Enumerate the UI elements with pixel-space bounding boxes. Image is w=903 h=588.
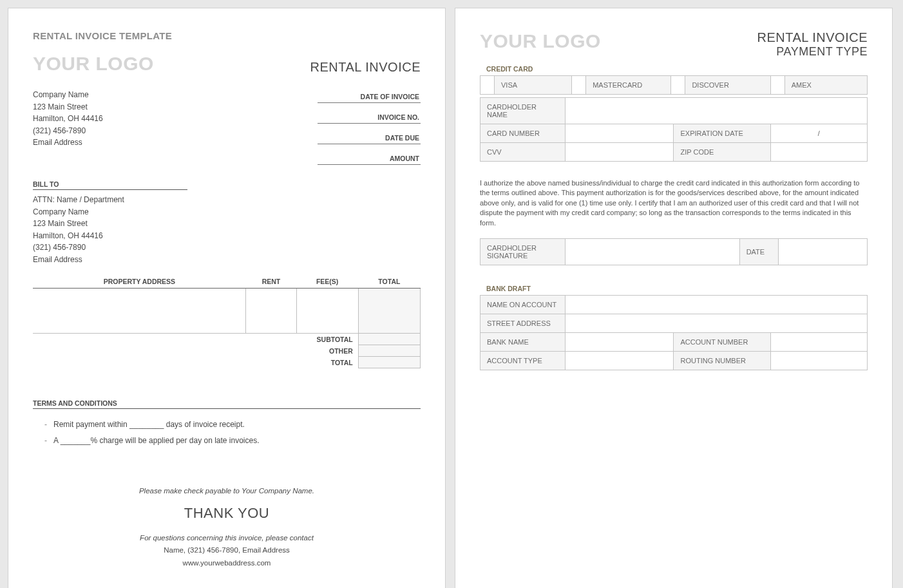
cvv-input[interactable] [566,143,674,162]
routing-number-label: ROUTING NUMBER [674,351,770,370]
th-rent: RENT [246,275,296,289]
footer-thank-you: THANK YOU [33,501,421,525]
total-value[interactable] [358,357,420,368]
signature-date-label: DATE [739,238,778,265]
amex-checkbox[interactable] [770,76,784,95]
bill-to-street: 123 Main Street [33,218,421,230]
bill-to-city: Hamilton, OH 44416 [33,230,421,242]
company-phone: (321) 456-7890 [33,125,103,137]
routing-number-input[interactable] [770,351,867,370]
street-address-label: STREET ADDRESS [480,314,566,332]
authorization-text: I authorize the above named business/ind… [480,178,868,228]
company-name: Company Name [33,89,103,101]
page2-heading-2: PAYMENT TYPE [757,45,868,59]
visa-checkbox[interactable] [480,76,495,95]
meta-invoice-no[interactable]: INVOICE NO. [318,109,421,124]
account-type-input[interactable] [566,351,674,370]
amex-label: AMEX [784,76,867,95]
bank-name-label: BANK NAME [480,332,566,351]
th-fees: FEE(S) [296,275,358,289]
discover-label: DISCOVER [685,76,770,95]
cardholder-input[interactable] [566,98,868,124]
terms-label: TERMS AND CONDITIONS [33,399,421,409]
total-row: TOTAL [33,357,421,368]
mastercard-checkbox[interactable] [572,76,586,95]
meta-date-due[interactable]: DATE DUE [318,130,421,144]
header-row: YOUR LOGO RENTAL INVOICE [33,53,421,75]
credit-card-label: CREDIT CARD [486,65,868,73]
bill-to-label: BILL TO [33,180,187,190]
subtotal-row: SUBTOTAL [33,333,421,345]
account-type-label: ACCOUNT TYPE [480,351,566,370]
subtotal-value[interactable] [358,333,420,345]
terms-list: Remit payment within ________ days of in… [33,417,421,449]
th-property: PROPERTY ADDRESS [33,275,246,289]
account-number-label: ACCOUNT NUMBER [674,332,770,351]
account-name-label: NAME ON ACCOUNT [480,295,566,314]
cvv-label: CVV [480,143,566,162]
bill-to-email: Email Address [33,254,421,266]
page-heading: RENTAL INVOICE [310,60,421,75]
page2-heading-1: RENTAL INVOICE [757,30,868,45]
zip-input[interactable] [770,143,867,162]
expiration-label: EXPIRATION DATE [674,124,770,143]
table-row[interactable] [33,288,421,333]
footer-contact-intro: For questions concerning this invoice, p… [33,532,421,545]
bill-to-block: ATTN: Name / Department Company Name 123… [33,194,421,266]
signature-label: CARDHOLDER SIGNATURE [480,238,566,265]
bill-to-phone: (321) 456-7890 [33,242,421,254]
signature-input[interactable] [566,238,739,265]
visa-label: VISA [495,76,572,95]
bill-to-attn: ATTN: Name / Department [33,194,421,206]
footer-contact-line: Name, (321) 456-7890, Email Address [33,544,421,557]
footer-payable: Please make check payable to Your Compan… [33,485,421,498]
signature-table: CARDHOLDER SIGNATURE DATE [480,238,868,265]
total-label: TOTAL [33,357,358,368]
bank-name-input[interactable] [566,332,674,351]
cardnumber-label: CARD NUMBER [480,124,566,143]
signature-date-input[interactable] [778,238,867,265]
logo-placeholder: YOUR LOGO [480,30,601,52]
discover-checkbox[interactable] [671,76,685,95]
logo-placeholder: YOUR LOGO [33,53,154,75]
other-label: OTHER [33,345,358,357]
bank-draft-label: BANK DRAFT [486,285,868,292]
account-name-input[interactable] [566,295,868,314]
invoice-page-1: RENTAL INVOICE TEMPLATE YOUR LOGO RENTAL… [8,8,446,588]
other-row: OTHER [33,345,421,357]
bank-fields-table: NAME ON ACCOUNT STREET ADDRESS BANK NAME… [480,295,868,370]
footer-web: www.yourwebaddress.com [33,557,421,570]
th-total: TOTAL [358,275,420,289]
term-item: A _______% charge will be applied per da… [44,433,421,449]
expiration-input[interactable]: / [770,124,867,143]
zip-label: ZIP CODE [674,143,770,162]
meta-date-of-invoice[interactable]: DATE OF INVOICE [318,89,421,103]
cardnumber-input[interactable] [566,124,674,143]
document-title: RENTAL INVOICE TEMPLATE [33,30,421,41]
term-item: Remit payment within ________ days of in… [44,417,421,433]
company-city: Hamilton, OH 44416 [33,113,103,125]
subtotal-label: SUBTOTAL [33,333,358,345]
cc-type-table: VISA MASTERCARD DISCOVER AMEX [480,75,868,95]
mastercard-label: MASTERCARD [586,76,671,95]
company-block: Company Name 123 Main Street Hamilton, O… [33,89,103,149]
invoice-page-2: YOUR LOGO RENTAL INVOICE PAYMENT TYPE CR… [455,8,893,588]
account-number-input[interactable] [770,332,867,351]
bill-to-name: Company Name [33,206,421,218]
cc-fields-table: CARDHOLDER NAME CARD NUMBER EXPIRATION D… [480,97,868,162]
other-value[interactable] [358,345,420,357]
street-address-input[interactable] [566,314,868,332]
company-street: 123 Main Street [33,101,103,113]
footer-block: Please make check payable to Your Compan… [33,485,421,570]
cardholder-label: CARDHOLDER NAME [480,98,566,124]
company-email: Email Address [33,137,103,149]
invoice-meta-block: DATE OF INVOICE INVOICE NO. DATE DUE AMO… [318,89,421,171]
property-table: PROPERTY ADDRESS RENT FEE(S) TOTAL SUBTO… [33,275,421,369]
meta-amount[interactable]: AMOUNT [318,151,421,165]
